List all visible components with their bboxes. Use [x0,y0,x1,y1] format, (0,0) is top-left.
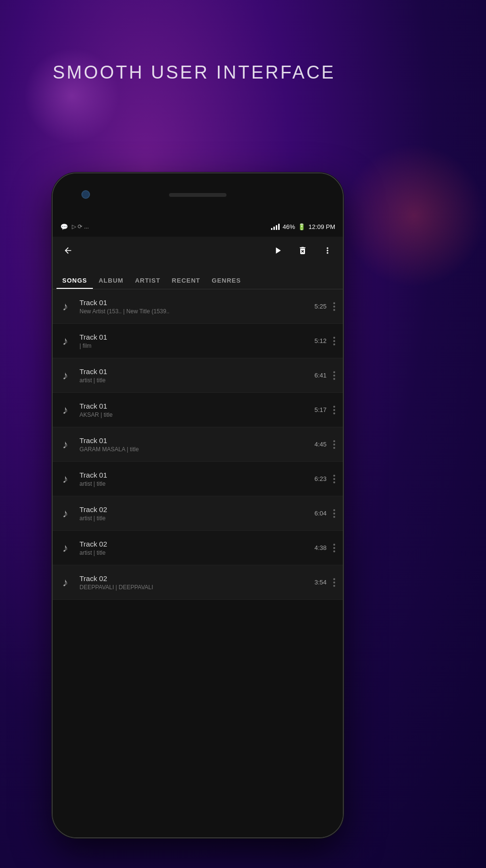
track-subtitle: artist | title [79,480,315,487]
tab-genres[interactable]: GENRES [206,272,247,289]
track-list: ♪ Track 01 New Artist (153.. | New Title… [53,289,343,837]
track-info: Track 01 | film [79,333,315,349]
camera [81,190,90,199]
track-subtitle: | film [79,343,315,349]
page-title: SMOOTH USER INTERFACE [0,62,486,83]
track-duration: 4:38 [315,544,327,551]
track-duration: 5:17 [315,406,327,413]
track-name: Track 02 [79,574,315,582]
track-item[interactable]: ♪ Track 02 DEEPPAVALI | DEEPPAVALI 3:54 [53,565,343,600]
track-name: Track 01 [79,333,315,341]
battery-icon: 🔋 [298,223,305,230]
track-item[interactable]: ♪ Track 01 | film 5:12 [53,324,343,358]
track-info: Track 02 artist | title [79,505,315,522]
track-duration: 5:25 [315,303,327,310]
toolbar-left [60,243,76,258]
track-duration: 6:41 [315,372,327,379]
track-info: Track 01 New Artist (153.. | New Title (… [79,298,315,315]
track-more-button[interactable] [331,507,337,520]
track-item[interactable]: ♪ Track 01 New Artist (153.. | New Title… [53,289,343,324]
track-name: Track 02 [79,540,315,548]
track-info: Track 02 DEEPPAVALI | DEEPPAVALI [79,574,315,591]
track-name: Track 01 [79,436,315,445]
notification-icons: ▷ ⟳ ... [72,223,89,230]
track-more-button[interactable] [331,335,337,347]
track-more-button[interactable] [331,404,337,416]
music-note-icon: ♪ [57,332,74,350]
track-more-button[interactable] [331,473,337,485]
track-duration: 3:54 [315,579,327,586]
track-info: Track 01 GARAM MASALA | title [79,436,315,453]
tab-recent[interactable]: RECENT [166,272,206,289]
status-bar: 💬 ▷ ⟳ ... 46% 🔋 12:09 PM [53,217,343,237]
toolbar-right [270,243,335,258]
track-name: Track 01 [79,402,315,410]
track-item[interactable]: ♪ Track 02 artist | title 4:38 [53,531,343,565]
track-item[interactable]: ♪ Track 01 artist | title 6:41 [53,358,343,393]
track-more-button[interactable] [331,542,337,554]
track-more-button[interactable] [331,576,337,589]
track-duration: 4:45 [315,441,327,448]
more-options-button[interactable] [320,243,335,258]
music-note-icon: ♪ [57,505,74,522]
track-name: Track 01 [79,367,315,376]
whatsapp-icon: 💬 [60,223,68,230]
music-note-icon: ♪ [57,574,74,591]
music-note-icon: ♪ [57,436,74,453]
track-info: Track 02 artist | title [79,540,315,556]
track-subtitle: AKSAR | title [79,411,315,418]
track-item[interactable]: ♪ Track 02 artist | title 6:04 [53,496,343,531]
toolbar [53,237,343,264]
play-button[interactable] [270,243,285,258]
track-info: Track 01 artist | title [79,367,315,384]
track-subtitle: GARAM MASALA | title [79,446,315,453]
phone-top [53,173,343,217]
tab-songs[interactable]: SONGS [57,272,93,289]
tab-artist[interactable]: ARTIST [129,272,166,289]
track-name: Track 01 [79,471,315,479]
speaker [169,193,226,197]
track-duration: 6:04 [315,510,327,517]
signal-icon [271,223,280,230]
music-note-icon: ♪ [57,539,74,557]
tab-bar: SONGS ALBUM ARTIST RECENT GENRES [53,264,343,289]
track-info: Track 01 AKSAR | title [79,402,315,418]
status-left: 💬 ▷ ⟳ ... [60,223,89,230]
track-duration: 5:12 [315,337,327,344]
track-item[interactable]: ♪ Track 01 artist | title 6:23 [53,462,343,496]
track-more-button[interactable] [331,369,337,382]
status-right: 46% 🔋 12:09 PM [271,223,335,230]
track-info: Track 01 artist | title [79,471,315,487]
phone-frame: 💬 ▷ ⟳ ... 46% 🔋 12:09 PM [52,172,344,838]
track-subtitle: artist | title [79,377,315,384]
track-duration: 6:23 [315,475,327,482]
track-name: Track 01 [79,298,315,307]
track-name: Track 02 [79,505,315,514]
music-note-icon: ♪ [57,470,74,488]
delete-button[interactable] [295,243,310,258]
music-note-icon: ♪ [57,401,74,419]
tab-album[interactable]: ALBUM [93,272,129,289]
track-item[interactable]: ♪ Track 01 AKSAR | title 5:17 [53,393,343,427]
battery-text: 46% [283,223,295,230]
music-note-icon: ♪ [57,367,74,384]
track-subtitle: artist | title [79,549,315,556]
back-button[interactable] [60,243,76,258]
track-subtitle: New Artist (153.. | New Title (1539.. [79,308,315,315]
track-more-button[interactable] [331,300,337,313]
track-subtitle: DEEPPAVALI | DEEPPAVALI [79,584,315,591]
phone-screen: 💬 ▷ ⟳ ... 46% 🔋 12:09 PM [53,217,343,837]
music-note-icon: ♪ [57,298,74,315]
track-more-button[interactable] [331,438,337,451]
track-item[interactable]: ♪ Track 01 GARAM MASALA | title 4:45 [53,427,343,462]
clock: 12:09 PM [308,223,335,230]
track-subtitle: artist | title [79,515,315,522]
